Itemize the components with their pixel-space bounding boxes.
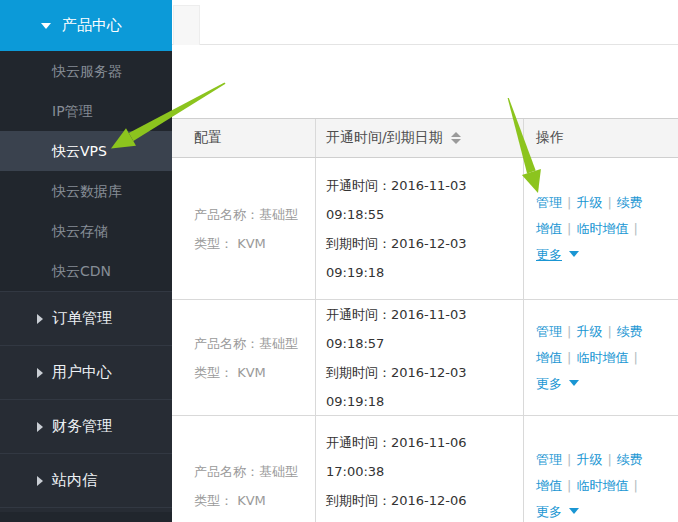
dropdown-arrow-icon[interactable] (569, 508, 579, 514)
separator: | (567, 221, 571, 236)
product-submenu: 快云服务器 IP管理 快云VPS 快云数据库 快云存储 快云CDN (0, 51, 172, 291)
column-header-config: 配置 (172, 119, 316, 157)
expire-time: 到期时间：2016-12-03 09:19:18 (326, 358, 523, 416)
time-cell: 开通时间：2016-11-06 17:00:38 到期时间：2016-12-06… (316, 416, 524, 522)
separator: | (567, 350, 571, 365)
product-name: 产品名称：基础型 (194, 200, 315, 229)
chevron-right-icon (37, 314, 43, 324)
dropdown-arrow-icon[interactable] (569, 251, 579, 257)
chevron-right-icon (37, 476, 43, 486)
config-cell: 产品名称：基础型 类型： KVM (172, 158, 316, 299)
app-root: 产品中心 快云服务器 IP管理 快云VPS 快云数据库 快云存储 快云CDN 订… (0, 0, 678, 522)
config-cell: 产品名称：基础型 类型： KVM (172, 416, 316, 522)
time-cell: 开通时间：2016-11-03 09:18:55 到期时间：2016-12-03… (316, 158, 524, 299)
actions-cell: 管理|升级|续费 增值|临时增值| 更多 (524, 300, 678, 415)
sidebar-item-user-center[interactable]: 用户中心 (0, 345, 172, 399)
separator: | (607, 195, 611, 210)
open-time: 开通时间：2016-11-06 17:00:38 (326, 428, 523, 486)
config-cell: 产品名称：基础型 类型： KVM (172, 300, 316, 415)
sidebar-item-label: 财务管理 (52, 417, 112, 436)
separator: | (633, 478, 637, 493)
product-type: 类型： KVM (194, 486, 315, 515)
dropdown-arrow-icon[interactable] (569, 380, 579, 386)
sort-icon[interactable] (451, 132, 461, 144)
temp-addon-link[interactable]: 临时增值 (576, 478, 628, 493)
separator: | (567, 452, 571, 467)
table-row: 产品名称：基础型 类型： KVM 开通时间：2016-11-06 17:00:3… (172, 416, 678, 522)
time-cell: 开通时间：2016-11-03 09:18:57 到期时间：2016-12-03… (316, 300, 524, 415)
product-name: 产品名称：基础型 (194, 457, 315, 486)
sidebar-item-product-center[interactable]: 产品中心 (0, 0, 172, 51)
manage-link[interactable]: 管理 (536, 452, 562, 467)
chevron-down-icon (41, 23, 51, 29)
more-link[interactable]: 更多 (536, 247, 562, 262)
product-name: 产品名称：基础型 (194, 329, 315, 358)
separator: | (567, 195, 571, 210)
sidebar-item-label: 用户中心 (52, 363, 112, 382)
separator: | (607, 452, 611, 467)
vps-table: 配置 开通时间/到期日期 操作 产品名称：基础型 类型： KVM 开通时间：20… (172, 118, 678, 522)
table-row: 产品名称：基础型 类型： KVM 开通时间：2016-11-03 09:18:5… (172, 158, 678, 300)
sidebar-item-label: 站内信 (52, 471, 97, 490)
more-link[interactable]: 更多 (536, 376, 562, 391)
sidebar-item-ip-management[interactable]: IP管理 (0, 91, 172, 131)
upgrade-link[interactable]: 升级 (576, 195, 602, 210)
temp-addon-link[interactable]: 临时增值 (576, 221, 628, 236)
sidebar-item-kuaiyun-server[interactable]: 快云服务器 (0, 51, 172, 91)
renew-link[interactable]: 续费 (617, 324, 643, 339)
sidebar-item-kuaiyun-database[interactable]: 快云数据库 (0, 171, 172, 211)
sidebar-item-label: 订单管理 (52, 309, 112, 328)
expire-time: 到期时间：2016-12-03 09:19:18 (326, 229, 523, 287)
sidebar-item-kuaiyun-cdn[interactable]: 快云CDN (0, 251, 172, 291)
separator: | (567, 324, 571, 339)
addon-link[interactable]: 增值 (536, 221, 562, 236)
renew-link[interactable]: 续费 (617, 452, 643, 467)
manage-link[interactable]: 管理 (536, 195, 562, 210)
chevron-right-icon (37, 368, 43, 378)
open-time: 开通时间：2016-11-03 09:18:57 (326, 300, 523, 358)
table-row: 产品名称：基础型 类型： KVM 开通时间：2016-11-03 09:18:5… (172, 300, 678, 416)
column-header-time: 开通时间/到期日期 (316, 119, 524, 157)
upgrade-link[interactable]: 升级 (576, 324, 602, 339)
expire-time: 到期时间：2016-12-06 17:00:51 (326, 486, 523, 522)
column-header-actions: 操作 (524, 119, 678, 157)
renew-link[interactable]: 续费 (617, 195, 643, 210)
upgrade-link[interactable]: 升级 (576, 452, 602, 467)
sidebar-item-label: 产品中心 (62, 16, 122, 35)
collapsed-tab[interactable] (173, 5, 200, 45)
sidebar-item-finance-management[interactable]: 财务管理 (0, 399, 172, 453)
separator: | (567, 478, 571, 493)
addon-link[interactable]: 增值 (536, 478, 562, 493)
product-type: 类型： KVM (194, 358, 315, 387)
manage-link[interactable]: 管理 (536, 324, 562, 339)
actions-cell: 管理|升级|续费 增值|临时增值| 更多 (524, 416, 678, 522)
column-header-label: 操作 (536, 129, 564, 147)
temp-addon-link[interactable]: 临时增值 (576, 350, 628, 365)
column-header-label: 开通时间/到期日期 (326, 129, 443, 147)
table-header-row: 配置 开通时间/到期日期 操作 (172, 118, 678, 158)
separator: | (633, 221, 637, 236)
sidebar-item-site-message[interactable]: 站内信 (0, 453, 172, 507)
separator: | (633, 350, 637, 365)
column-header-label: 配置 (194, 129, 222, 147)
sidebar: 产品中心 快云服务器 IP管理 快云VPS 快云数据库 快云存储 快云CDN 订… (0, 0, 172, 522)
sidebar-divider (0, 507, 172, 512)
separator: | (607, 324, 611, 339)
sidebar-item-order-management[interactable]: 订单管理 (0, 291, 172, 345)
main-content: 配置 开通时间/到期日期 操作 产品名称：基础型 类型： KVM 开通时间：20… (172, 0, 678, 522)
tab-strip (172, 0, 678, 45)
sidebar-item-kuaiyun-vps[interactable]: 快云VPS (0, 131, 172, 171)
open-time: 开通时间：2016-11-03 09:18:55 (326, 171, 523, 229)
product-type: 类型： KVM (194, 229, 315, 258)
more-link[interactable]: 更多 (536, 504, 562, 519)
addon-link[interactable]: 增值 (536, 350, 562, 365)
sidebar-item-kuaiyun-storage[interactable]: 快云存储 (0, 211, 172, 251)
actions-cell: 管理|升级|续费 增值|临时增值| 更多 (524, 158, 678, 299)
chevron-right-icon (37, 422, 43, 432)
